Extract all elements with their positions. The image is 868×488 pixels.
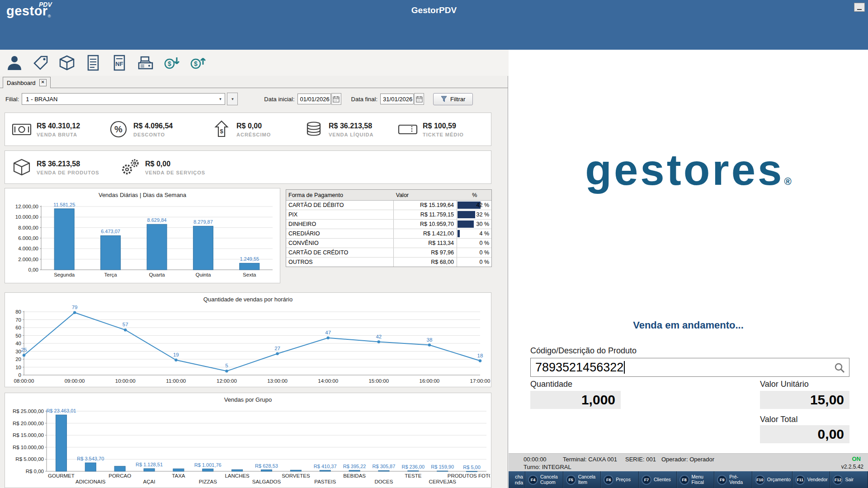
payment-table: Forma de Pagamento Valor % CARTÃO DE DÉB… [286, 189, 492, 267]
calendar-icon[interactable] [331, 93, 341, 105]
function-key-bar: cha nda F4Cancela CupomF5Cancela ItemF6P… [509, 471, 868, 488]
filial-label: Filial: [5, 96, 19, 103]
fkey-button-f8[interactable]: F8Menu Fiscal [677, 471, 715, 488]
svg-text:0: 0 [19, 372, 21, 378]
fkey-button-clipped[interactable]: cha nda [509, 471, 525, 488]
valor-unitario-value: 15,00 [810, 392, 844, 408]
valor-unitario-field[interactable]: 15,00 [760, 391, 849, 409]
svg-text:R$ 395,22: R$ 395,22 [343, 464, 366, 469]
svg-text:09:00:00: 09:00:00 [65, 378, 85, 384]
kpi-label: VENDA DE SERVIÇOS [145, 170, 205, 175]
kpi-value: R$ 36.213,58 [329, 122, 373, 130]
col-pct: % [458, 192, 491, 198]
minimize-button[interactable] [854, 3, 865, 12]
fkey-button-f5[interactable]: F5Cancela Item [563, 471, 601, 488]
fkey-button-f12[interactable]: F12Sair [830, 471, 868, 488]
pos-sale-panel: gestores® Venda em andamento... Código/D… [509, 50, 868, 488]
search-icon[interactable] [834, 362, 845, 377]
box-icon [11, 157, 32, 178]
document-icon[interactable] [83, 53, 103, 73]
svg-text:R$ 236,00: R$ 236,00 [401, 464, 425, 469]
filial-select[interactable]: 1 - BRAJAN ▼ [22, 93, 225, 105]
payment-row: CARTÃO DE CRÉDITOR$ 97,960 % [286, 248, 491, 258]
svg-text:18: 18 [477, 353, 483, 358]
kpi-value: R$ 100,59 [423, 122, 464, 130]
filial-dropdown-button[interactable]: ▼ [227, 93, 238, 105]
fkey-button-f7[interactable]: F7Clientes [639, 471, 677, 488]
svg-text:10.000,00: 10.000,00 [15, 214, 38, 220]
operador-text: Operador: Operador [661, 456, 714, 463]
kpi-label: VENDA BRUTA [37, 132, 80, 137]
svg-text:R$ 5,00: R$ 5,00 [463, 465, 481, 470]
svg-text:SORVETES: SORVETES [282, 473, 310, 479]
nf-document-icon[interactable]: NF [109, 53, 129, 73]
money-out-icon[interactable]: $ [188, 53, 208, 73]
svg-text:50: 50 [15, 333, 21, 338]
ticket-icon [397, 119, 418, 140]
svg-text:42: 42 [376, 334, 382, 339]
data-final-input[interactable]: 31/01/2026 [380, 94, 414, 104]
payment-table-header: Forma de Pagamento Valor % [286, 190, 491, 201]
banknote-icon [11, 119, 32, 140]
serie-text: SERIE: 001 [625, 456, 656, 463]
clock-text: 00:00:00 [524, 456, 547, 463]
fkey-button-f9[interactable]: F9Pré-Venda [714, 471, 752, 488]
kpi-desconto: % R$ 4.096,54 DESCONTO [108, 113, 173, 146]
fkey-button-f10[interactable]: F10Orçamento [752, 471, 793, 488]
data-inicial-label: Data inicial: [264, 96, 294, 103]
quantidade-field[interactable]: 1,000 [530, 391, 621, 409]
payment-percent: 42 % [457, 201, 491, 210]
chart-title: Vendas Diárias | Dias da Semana [5, 188, 280, 201]
user-icon[interactable] [5, 53, 24, 73]
svg-text:8.000,00: 8.000,00 [18, 225, 38, 230]
product-search-input[interactable]: 7893521456322 [530, 358, 849, 377]
fkey-button-f4[interactable]: F4Cancela Cupom [525, 471, 563, 488]
group-sales-bar-chart: R$ 0,00R$ 5.000,00R$ 10.000,00R$ 15.000,… [5, 406, 490, 488]
fkey-button-f6[interactable]: F6Preços [601, 471, 639, 488]
svg-text:PIZZAS: PIZZAS [199, 479, 217, 484]
calendar-icon[interactable] [414, 93, 424, 105]
function-buttons: F4Cancela CupomF5Cancela ItemF6PreçosF7C… [525, 471, 868, 488]
svg-text:BEBIDAS: BEBIDAS [343, 473, 366, 479]
payment-percent: 0 % [457, 248, 491, 257]
text-caret [624, 361, 625, 374]
svg-text:20: 20 [15, 357, 21, 362]
product-box-icon[interactable] [57, 53, 77, 73]
svg-text:1.249,55: 1.249,55 [240, 256, 259, 262]
clipped-label: cha [515, 474, 523, 480]
svg-text:R$ 1.001,76: R$ 1.001,76 [194, 462, 222, 468]
payment-value: R$ 68,00 [394, 258, 457, 267]
svg-text:17:00:00: 17:00:00 [470, 378, 490, 384]
svg-text:$: $ [220, 128, 223, 135]
close-icon[interactable]: ✕ [39, 79, 47, 86]
svg-text:30: 30 [15, 349, 21, 354]
chart-title: Vendas por Grupo [5, 393, 491, 406]
cash-register-icon[interactable] [136, 53, 156, 73]
data-inicial-input[interactable]: 01/01/2026 [297, 94, 331, 104]
svg-text:GOURMET: GOURMET [48, 473, 75, 479]
payment-method: CONVÊNIO [286, 239, 394, 248]
price-tag-icon[interactable] [31, 53, 51, 73]
money-in-icon[interactable]: $ [162, 53, 182, 73]
fkey-button-f11[interactable]: F11Vendedor [793, 471, 830, 488]
fkey-badge: F10 [755, 475, 765, 485]
svg-text:80: 80 [15, 309, 21, 314]
fkey-badge: F12 [833, 475, 843, 485]
payment-row: CONVÊNIOR$ 113,340 % [286, 239, 491, 248]
product-search-value: 7893521456322 [535, 361, 623, 375]
minimize-icon [857, 9, 862, 10]
fkey-label: Clientes [654, 477, 671, 483]
fkey-label: Preços [616, 477, 631, 483]
filtrar-button[interactable]: Filtrar [433, 93, 473, 105]
svg-text:27: 27 [274, 346, 280, 351]
tab-dashboard[interactable]: Dashboard ✕ [3, 77, 51, 88]
payment-row: PIXR$ 11.759,1532 % [286, 210, 491, 220]
sale-status-text: Venda em andamento... [509, 319, 868, 331]
svg-text:40: 40 [15, 341, 21, 346]
fkey-badge: F11 [795, 475, 805, 485]
payment-row: DINHEIROR$ 10.959,7030 % [286, 220, 491, 229]
payment-value: R$ 10.959,70 [394, 220, 457, 229]
svg-text:8.279,87: 8.279,87 [193, 219, 213, 225]
col-valor: Valor [394, 192, 458, 198]
kpi-ticket-medio: R$ 100,59 TICKTE MÉDIO [397, 113, 464, 146]
